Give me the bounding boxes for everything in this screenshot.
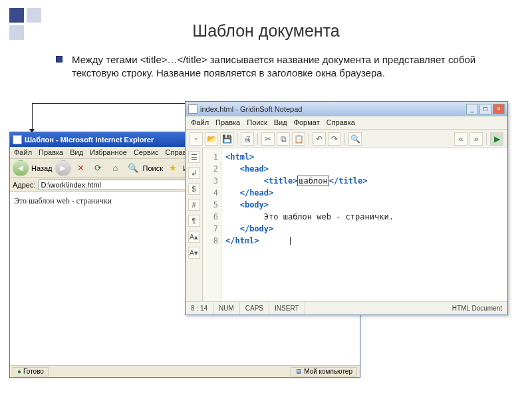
ruler-icon[interactable]: $ <box>188 183 200 195</box>
hash-icon[interactable]: # <box>188 199 200 211</box>
home-button[interactable]: ⌂ <box>108 161 123 176</box>
search-label: Поиск <box>143 164 163 172</box>
menu-item[interactable]: Справка <box>327 118 355 127</box>
refresh-button[interactable]: ⟳ <box>91 161 106 176</box>
separator <box>237 133 237 145</box>
find-button[interactable]: 🔍 <box>348 132 362 146</box>
forward-button[interactable]: ► <box>55 160 71 176</box>
bookmark-icon[interactable]: ☰ <box>188 151 200 163</box>
back-label: Назад <box>31 164 53 172</box>
menu-item[interactable]: Файл <box>14 148 32 157</box>
caps-lock: CAPS <box>240 303 269 315</box>
separator <box>257 133 258 145</box>
decor-square <box>9 8 24 23</box>
favorites-icon[interactable]: ★ <box>166 161 180 176</box>
menu-item[interactable]: Избранное <box>90 148 127 157</box>
insert-mode: INSERT <box>269 303 305 315</box>
minimize-button[interactable]: _ <box>466 104 478 114</box>
search-icon[interactable]: 🔍 <box>126 161 140 176</box>
menu-item[interactable]: Файл <box>191 118 209 127</box>
redo-button[interactable]: ↷ <box>328 132 341 146</box>
title-text-highlight: шаблон <box>297 176 329 186</box>
separator <box>309 133 309 145</box>
cut-button[interactable]: ✂ <box>261 132 275 146</box>
separator <box>344 133 345 145</box>
undo-button[interactable]: ↶ <box>313 132 326 146</box>
slide-title: Шаблон документа <box>0 21 532 41</box>
run-button[interactable]: ▶ <box>490 132 503 146</box>
ie-statusbar: ●Готово 🖥Мой компьютер <box>10 365 360 377</box>
menu-item[interactable]: Вид <box>70 148 83 157</box>
status-zone: 🖥Мой компьютер <box>291 367 357 376</box>
nav-prev-button[interactable]: « <box>454 132 467 146</box>
menu-item[interactable]: Правка <box>39 148 63 157</box>
print-button[interactable]: 🖨 <box>241 132 254 146</box>
line-gutter: 12345678 <box>203 148 221 301</box>
np-menubar: Файл Правка Поиск Вид Формат Справка <box>186 116 507 130</box>
wrap-icon[interactable]: ↲ <box>188 167 200 179</box>
menu-item[interactable]: Формат <box>294 118 320 127</box>
connector-line <box>32 103 33 130</box>
nav-next-button[interactable]: » <box>469 132 483 146</box>
np-titlebar[interactable]: index.html - GridinSoft Notepad _ □ × <box>186 102 507 116</box>
save-button[interactable]: 💾 <box>220 132 233 146</box>
np-editor: ☰ ↲ $ # ¶ A▴ A▾ 12345678 <html> <head> <… <box>186 148 507 301</box>
menu-item[interactable]: Сервис <box>134 148 159 157</box>
font-inc-icon[interactable]: A▴ <box>188 231 200 243</box>
separator <box>486 133 487 145</box>
menu-item[interactable]: Поиск <box>247 118 267 127</box>
notepad-window: index.html - GridinSoft Notepad _ □ × Фа… <box>185 101 508 315</box>
np-sidebar: ☰ ↲ $ # ¶ A▴ A▾ <box>186 148 203 301</box>
cursor-pos: 8 : 14 <box>186 303 213 315</box>
notepad-icon <box>188 104 198 114</box>
np-title: index.html - GridinSoft Notepad <box>200 105 465 113</box>
pilcrow-icon[interactable]: ¶ <box>188 215 200 227</box>
copy-button[interactable]: ⧉ <box>277 132 290 146</box>
slide-body: Между тегами <title>…</title> записывает… <box>72 53 491 79</box>
address-label: Адрес: <box>13 181 36 189</box>
status-ready: ●Готово <box>13 367 49 376</box>
paste-button[interactable]: 📋 <box>292 132 305 146</box>
decor-square <box>27 8 41 23</box>
page-text: Это шаблон web - странички <box>14 196 112 205</box>
back-button[interactable]: ◄ <box>13 160 29 176</box>
maximize-button[interactable]: □ <box>479 104 491 114</box>
open-button[interactable]: 📂 <box>205 132 218 146</box>
code-area[interactable]: <html> <head> <title>шаблон</title> </he… <box>221 148 507 301</box>
bullet-icon <box>56 56 63 63</box>
doc-type: HTML Document <box>447 303 507 315</box>
num-lock: NUM <box>213 303 240 315</box>
close-button[interactable]: × <box>493 104 505 114</box>
np-statusbar: 8 : 14 NUM CAPS INSERT HTML Document <box>186 301 507 315</box>
stop-button[interactable]: ✕ <box>74 161 88 176</box>
np-toolbar: ▫ 📂 💾 🖨 ✂ ⧉ 📋 ↶ ↷ 🔍 « » ▶ <box>186 130 507 148</box>
ie-icon <box>13 135 22 144</box>
font-dec-icon[interactable]: A▾ <box>188 247 200 259</box>
new-button[interactable]: ▫ <box>190 132 203 146</box>
menu-item[interactable]: Правка <box>215 118 240 127</box>
menu-item[interactable]: Вид <box>274 118 287 127</box>
